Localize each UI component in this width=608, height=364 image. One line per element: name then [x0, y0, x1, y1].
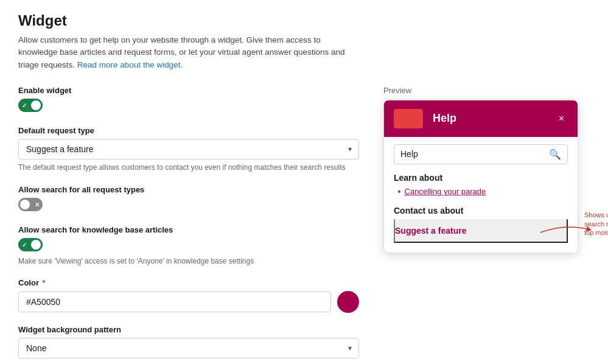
toggle-track-search-request[interactable]: ✕	[18, 198, 43, 211]
background-pattern-field: Widget background pattern None Dots Line…	[18, 325, 359, 359]
allow-search-request-types-field: Allow search for all request types ✕	[18, 185, 359, 213]
default-request-type-label: Default request type	[18, 126, 359, 135]
annotation-text: Shows only one search search result whic…	[584, 211, 608, 238]
widget-search-icon: 🔍	[549, 149, 561, 160]
color-swatch-button[interactable]	[337, 291, 359, 313]
widget-close-button[interactable]: ×	[555, 112, 568, 125]
allow-search-kb-hint: Make sure 'Viewing' access is set to 'An…	[18, 256, 359, 267]
preview-container: Help × 🔍 Learn about •	[383, 100, 578, 253]
widget-logo	[394, 109, 423, 128]
widget-search-row: 🔍	[394, 144, 568, 164]
enable-widget-field: Enable widget ✓	[18, 86, 359, 114]
enable-widget-toggle[interactable]: ✓	[18, 99, 43, 112]
color-text-input[interactable]	[18, 292, 331, 312]
contact-us-title: Contact us about	[394, 206, 568, 215]
allow-search-request-types-toggle[interactable]: ✕	[18, 198, 43, 211]
widget-preview: Help × 🔍 Learn about •	[383, 100, 578, 253]
learn-about-section: Learn about • Cancelling your parade	[394, 173, 568, 197]
toggle-check-icon: ✓	[22, 102, 27, 108]
allow-search-kb-toggle[interactable]: ✓	[18, 238, 43, 251]
color-label: Color *	[18, 278, 359, 287]
widget-body: 🔍 Learn about • Cancelling your parade C…	[384, 137, 578, 253]
widget-header-title: Help	[433, 112, 456, 125]
toggle-thumb-kb	[31, 240, 41, 250]
contact-us-section: Contact us about Suggest a feature	[394, 206, 568, 243]
widget-header-content: Help	[394, 109, 456, 128]
bullet-icon: •	[397, 186, 401, 197]
toggle-track-kb[interactable]: ✓	[18, 238, 43, 251]
suggest-feature-button[interactable]: Suggest a feature	[394, 219, 568, 243]
default-request-type-select[interactable]: Suggest a feature Report a bug General i…	[18, 139, 359, 159]
required-indicator: *	[40, 278, 46, 287]
default-request-type-hint: The default request type allows customer…	[18, 163, 359, 173]
widget-search-input[interactable]	[400, 149, 549, 159]
background-pattern-select-wrapper: None Dots Lines Circles ▾	[18, 338, 359, 359]
toggle-check-kb-icon: ✓	[22, 241, 27, 248]
background-pattern-select[interactable]: None Dots Lines Circles	[18, 338, 359, 359]
allow-search-kb-field: Allow search for knowledge base articles…	[18, 225, 359, 267]
read-more-link[interactable]: Read more about the widget.	[77, 60, 183, 69]
toggle-thumb-search-request	[20, 200, 30, 209]
background-pattern-label: Widget background pattern	[18, 325, 359, 334]
default-request-type-select-wrapper: Suggest a feature Report a bug General i…	[18, 139, 359, 159]
toggle-x-icon: ✕	[35, 201, 40, 208]
default-request-type-field: Default request type Suggest a feature R…	[18, 126, 359, 173]
enable-widget-label: Enable widget	[18, 86, 359, 95]
widget-header: Help ×	[384, 100, 578, 137]
widget-article-item: • Cancelling your parade	[394, 186, 568, 197]
preview-label: Preview	[383, 86, 590, 95]
color-input-row	[18, 291, 359, 313]
settings-panel: Enable widget ✓ Default request type Sug…	[18, 86, 359, 364]
page-title: Widget	[18, 12, 590, 29]
page-description: Allow customers to get help on your webs…	[18, 34, 359, 71]
preview-panel: Preview Help × 🔍	[383, 86, 590, 364]
allow-search-kb-label: Allow search for knowledge base articles	[18, 225, 359, 234]
allow-search-request-types-label: Allow search for all request types	[18, 185, 359, 194]
color-field: Color *	[18, 278, 359, 313]
learn-about-title: Learn about	[394, 173, 568, 183]
toggle-track-enable[interactable]: ✓	[18, 99, 43, 112]
toggle-thumb-enable	[31, 100, 41, 110]
article-link[interactable]: Cancelling your parade	[405, 187, 486, 196]
